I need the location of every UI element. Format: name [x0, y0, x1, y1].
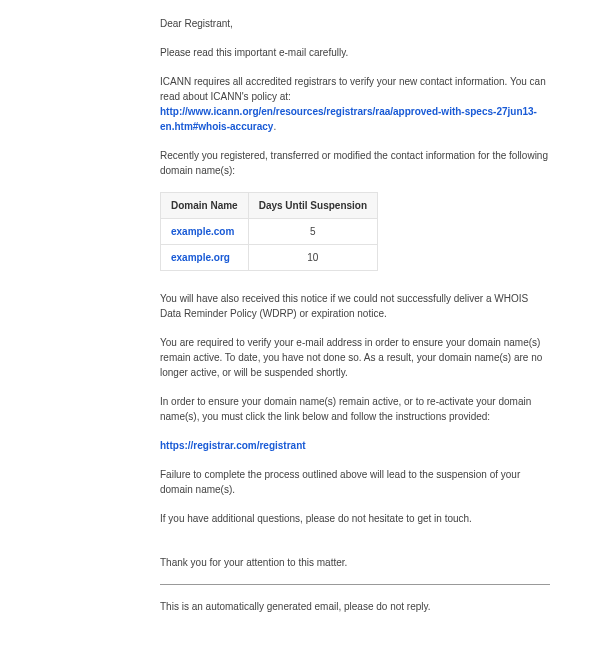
salutation: Dear Registrant,: [160, 16, 550, 31]
wdrp-text: You will have also received this notice …: [160, 291, 550, 321]
col-domain-name: Domain Name: [161, 193, 249, 219]
required-text: You are required to verify your e-mail a…: [160, 335, 550, 380]
auto-generated-text: This is an automatically generated email…: [160, 599, 550, 614]
table-row: example.org 10: [161, 245, 378, 271]
separator: [160, 584, 550, 585]
recently-text: Recently you registered, transferred or …: [160, 148, 550, 178]
domain-table: Domain Name Days Until Suspension exampl…: [160, 192, 378, 271]
col-days-suspension: Days Until Suspension: [248, 193, 377, 219]
days-cell: 10: [248, 245, 377, 271]
period: .: [273, 121, 276, 132]
table-row: example.com 5: [161, 219, 378, 245]
registrar-link[interactable]: https://registrar.com/registrant: [160, 440, 306, 451]
email-body: Dear Registrant, Please read this import…: [0, 0, 610, 644]
days-cell: 5: [248, 219, 377, 245]
domain-link[interactable]: example.org: [171, 252, 230, 263]
failure-text: Failure to complete the process outlined…: [160, 467, 550, 497]
domain-link[interactable]: example.com: [171, 226, 234, 237]
reactivate-text: In order to ensure your domain name(s) r…: [160, 394, 550, 424]
questions-text: If you have additional questions, please…: [160, 511, 550, 526]
icann-paragraph: ICANN requires all accredited registrars…: [160, 74, 550, 134]
thanks-text: Thank you for your attention to this mat…: [160, 555, 550, 570]
icann-policy-link[interactable]: http://www.icann.org/en/resources/regist…: [160, 106, 537, 132]
icann-text: ICANN requires all accredited registrars…: [160, 76, 546, 102]
intro-text: Please read this important e-mail carefu…: [160, 45, 550, 60]
